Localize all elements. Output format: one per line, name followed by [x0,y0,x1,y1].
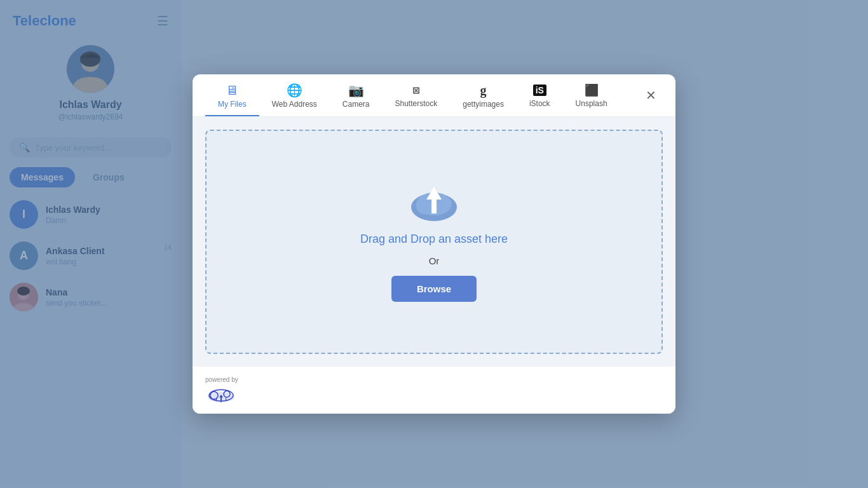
camera-icon: 📷 [348,84,364,97]
istock-label: iStock [529,99,550,108]
camera-label: Camera [342,100,370,109]
gettyimages-icon: g [480,84,487,97]
cloudinary-logo [205,385,237,404]
upload-modal: 🖥 My Files 🌐 Web Address 📷 Camera ⊠ Shut… [193,74,675,414]
tab-shutterstock[interactable]: ⊠ Shutterstock [383,75,451,116]
cloudinary-svg [205,385,237,404]
unsplash-label: Unsplash [576,99,607,108]
cloud-upload-icon [409,182,459,223]
tab-gettyimages[interactable]: g gettyimages [450,74,517,116]
istock-icon: iS [533,85,546,96]
drag-drop-text: Drag and Drop an asset here [360,233,508,246]
tab-camera[interactable]: 📷 Camera [330,74,383,116]
unsplash-icon: ⬛ [585,85,599,96]
modal-overlay: 🖥 My Files 🌐 Web Address 📷 Camera ⊠ Shut… [0,0,868,488]
shutterstock-label: Shutterstock [395,99,438,108]
my-files-label: My Files [218,100,247,109]
tab-istock[interactable]: iS iStock [517,75,563,116]
powered-by: powered by [205,376,238,404]
shutterstock-icon: ⊠ [412,85,419,96]
tab-unsplash[interactable]: ⬛ Unsplash [563,75,620,116]
browse-button[interactable]: Browse [391,276,477,302]
powered-by-text: powered by [205,376,238,383]
modal-body: Drag and Drop an asset here Or Browse [193,117,675,367]
or-text: Or [429,255,440,266]
modal-footer: powered by [193,367,675,414]
drop-zone[interactable]: Drag and Drop an asset here Or Browse [205,130,663,354]
gettyimages-label: gettyimages [463,100,504,109]
web-address-icon: 🌐 [287,84,302,97]
tab-web-address[interactable]: 🌐 Web Address [259,74,330,116]
tab-my-files[interactable]: 🖥 My Files [205,74,259,116]
my-files-icon: 🖥 [226,84,238,97]
svg-point-10 [416,198,433,214]
close-button[interactable]: ✕ [639,81,663,109]
modal-tab-bar: 🖥 My Files 🌐 Web Address 📷 Camera ⊠ Shut… [193,74,675,117]
web-address-label: Web Address [272,100,317,109]
